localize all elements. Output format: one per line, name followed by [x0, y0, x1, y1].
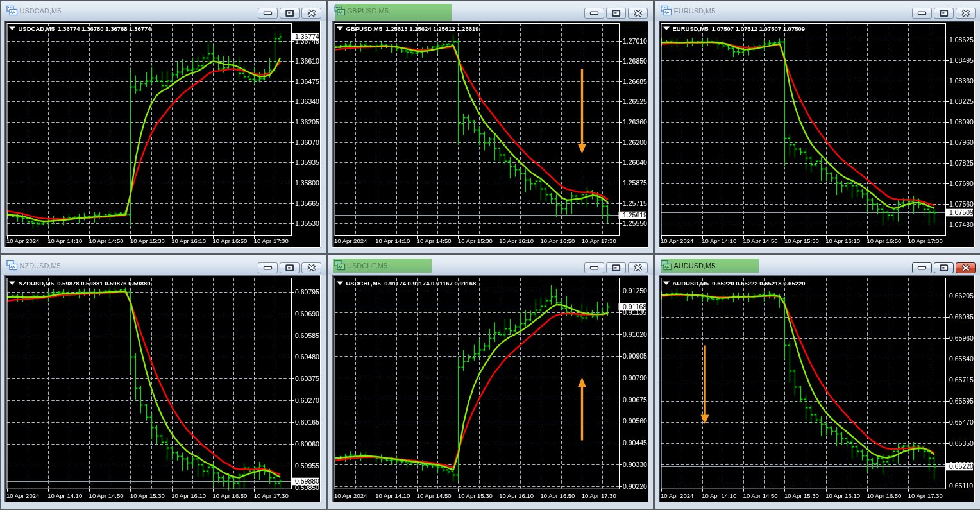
svg-text:0.59955: 0.59955	[295, 462, 319, 470]
svg-text:0.91168: 0.91168	[623, 303, 646, 310]
svg-text:10 Apr 14:10: 10 Apr 14:10	[47, 492, 82, 499]
svg-text:10 Apr 14:50: 10 Apr 14:50	[89, 492, 124, 499]
svg-text:1.07560: 1.07560	[949, 200, 974, 208]
svg-text:1.25550: 1.25550	[623, 219, 647, 227]
svg-text:0.59880: 0.59880	[295, 477, 319, 485]
svg-text:1.25715: 1.25715	[623, 200, 647, 207]
svg-text:10 Apr 16:50: 10 Apr 16:50	[213, 492, 248, 499]
svg-text:10 Apr 14:10: 10 Apr 14:10	[702, 237, 736, 244]
svg-text:10 Apr 16:10: 10 Apr 16:10	[499, 492, 534, 499]
svg-text:0.60795: 0.60795	[295, 288, 319, 296]
svg-text:1.07960: 1.07960	[949, 139, 974, 146]
svg-text:0.65840: 0.65840	[949, 355, 974, 362]
svg-text:0.60375: 0.60375	[295, 375, 319, 382]
svg-text:10 Apr 16:10: 10 Apr 16:10	[825, 237, 860, 244]
svg-text:10 Apr 15:30: 10 Apr 15:30	[130, 492, 165, 499]
svg-text:1.36475: 1.36475	[295, 78, 319, 85]
svg-text:AUDUSD,M5 0.65220 0.65222 0.6: AUDUSD,M5 0.65220 0.65222 0.65218 0.6522…	[673, 280, 806, 287]
svg-text:1.08625: 1.08625	[949, 36, 974, 44]
svg-text:10 Apr 15:30: 10 Apr 15:30	[130, 237, 165, 244]
svg-text:1.35935: 1.35935	[295, 158, 319, 166]
svg-text:10 Apr 2024: 10 Apr 2024	[334, 492, 367, 499]
svg-text:10 Apr 17:30: 10 Apr 17:30	[581, 492, 616, 499]
svg-text:10 Apr 14:10: 10 Apr 14:10	[702, 492, 736, 499]
svg-text:1.25619: 1.25619	[623, 211, 647, 219]
svg-text:0.66205: 0.66205	[949, 292, 974, 300]
svg-text:0.60585: 0.60585	[295, 332, 319, 339]
svg-text:0.60270: 0.60270	[295, 396, 319, 404]
svg-text:1.36205: 1.36205	[295, 118, 319, 126]
svg-text:10 Apr 16:10: 10 Apr 16:10	[499, 237, 534, 244]
svg-text:1.08360: 1.08360	[949, 77, 974, 85]
svg-text:0.65220: 0.65220	[949, 463, 974, 470]
svg-text:10 Apr 17:30: 10 Apr 17:30	[908, 492, 943, 499]
svg-text:0.90220: 0.90220	[623, 482, 647, 490]
svg-text:10 Apr 14:50: 10 Apr 14:50	[416, 492, 451, 499]
svg-text:10 Apr 15:30: 10 Apr 15:30	[457, 237, 492, 244]
svg-text:10 Apr 2024: 10 Apr 2024	[6, 237, 39, 244]
svg-text:10 Apr 16:50: 10 Apr 16:50	[867, 492, 902, 499]
svg-text:0.90905: 0.90905	[623, 352, 647, 360]
svg-text:10 Apr 14:10: 10 Apr 14:10	[47, 237, 82, 244]
svg-text:10 Apr 2024: 10 Apr 2024	[661, 237, 693, 244]
svg-text:1.26360: 1.26360	[623, 118, 647, 126]
svg-text:10 Apr 2024: 10 Apr 2024	[661, 492, 693, 499]
svg-text:1.26200: 1.26200	[623, 139, 647, 146]
svg-text:0.65110: 0.65110	[949, 482, 973, 489]
svg-text:0.60480: 0.60480	[295, 353, 319, 361]
svg-text:10 Apr 17:30: 10 Apr 17:30	[581, 237, 616, 244]
svg-text:0.60165: 0.60165	[295, 418, 319, 426]
svg-text:10 Apr 17:30: 10 Apr 17:30	[254, 237, 289, 244]
svg-text:1.07509: 1.07509	[949, 208, 974, 216]
svg-text:10 Apr 14:10: 10 Apr 14:10	[375, 237, 410, 244]
svg-text:10 Apr 17:30: 10 Apr 17:30	[254, 492, 289, 499]
svg-text:0.65350: 0.65350	[949, 439, 974, 447]
svg-text:0.66085: 0.66085	[949, 313, 974, 321]
svg-text:0.90560: 0.90560	[623, 417, 647, 425]
svg-text:1.07690: 1.07690	[949, 180, 974, 187]
svg-text:1.27010: 1.27010	[623, 37, 647, 45]
svg-text:0.65960: 0.65960	[949, 334, 974, 342]
svg-text:1.07430: 1.07430	[949, 221, 974, 228]
svg-text:10 Apr 17:30: 10 Apr 17:30	[908, 237, 943, 244]
svg-text:0.90445: 0.90445	[623, 439, 647, 446]
svg-text:USDCAD,M5 1.36774 1.36780 1.3: USDCAD,M5 1.36774 1.36780 1.36768 1.3677…	[19, 25, 152, 32]
svg-text:1.36610: 1.36610	[295, 57, 319, 65]
svg-text:1.08495: 1.08495	[949, 56, 974, 64]
svg-text:1.26685: 1.26685	[623, 78, 647, 85]
svg-text:0.91250: 0.91250	[623, 287, 647, 294]
svg-text:1.08090: 1.08090	[949, 118, 974, 126]
svg-text:0.60060: 0.60060	[295, 440, 319, 448]
svg-text:1.36774: 1.36774	[295, 33, 319, 40]
svg-text:10 Apr 14:50: 10 Apr 14:50	[743, 492, 778, 499]
svg-text:10 Apr 2024: 10 Apr 2024	[6, 492, 39, 499]
svg-text:10 Apr 2024: 10 Apr 2024	[334, 237, 367, 244]
svg-text:1.35530: 1.35530	[295, 219, 319, 227]
svg-text:EURUSD,M5 1.07507 1.07512 1.0: EURUSD,M5 1.07507 1.07512 1.07507 1.0750…	[673, 25, 806, 32]
svg-text:1.26525: 1.26525	[623, 98, 647, 105]
svg-text:10 Apr 16:10: 10 Apr 16:10	[171, 492, 206, 499]
svg-text:10 Apr 14:10: 10 Apr 14:10	[375, 492, 410, 499]
svg-text:1.25875: 1.25875	[623, 179, 647, 187]
svg-text:10 Apr 16:50: 10 Apr 16:50	[213, 237, 248, 244]
svg-text:10 Apr 14:50: 10 Apr 14:50	[743, 237, 778, 244]
svg-text:1.08225: 1.08225	[949, 98, 974, 105]
svg-text:GBPUSD,M5 1.25613 1.25624 1.2: GBPUSD,M5 1.25613 1.25624 1.25612 1.2561…	[346, 25, 478, 32]
svg-text:0.90790: 0.90790	[623, 374, 647, 382]
svg-text:10 Apr 16:50: 10 Apr 16:50	[540, 237, 575, 244]
svg-text:1.26040: 1.26040	[623, 158, 647, 166]
svg-text:0.65715: 0.65715	[949, 376, 974, 384]
svg-text:1.26850: 1.26850	[623, 57, 647, 65]
svg-text:1.36070: 1.36070	[295, 139, 319, 146]
svg-text:10 Apr 14:50: 10 Apr 14:50	[416, 237, 451, 244]
svg-text:10 Apr 15:30: 10 Apr 15:30	[784, 492, 819, 499]
svg-text:10 Apr 15:30: 10 Apr 15:30	[784, 237, 819, 244]
svg-text:1.36340: 1.36340	[295, 98, 319, 105]
svg-text:10 Apr 16:10: 10 Apr 16:10	[171, 237, 206, 244]
svg-text:0.60690: 0.60690	[295, 310, 319, 318]
svg-text:0.90330: 0.90330	[623, 461, 647, 468]
svg-text:0.65595: 0.65595	[949, 397, 974, 405]
svg-text:1.35665: 1.35665	[295, 200, 319, 207]
svg-text:10 Apr 16:10: 10 Apr 16:10	[825, 492, 860, 499]
svg-text:0.91020: 0.91020	[623, 330, 647, 338]
